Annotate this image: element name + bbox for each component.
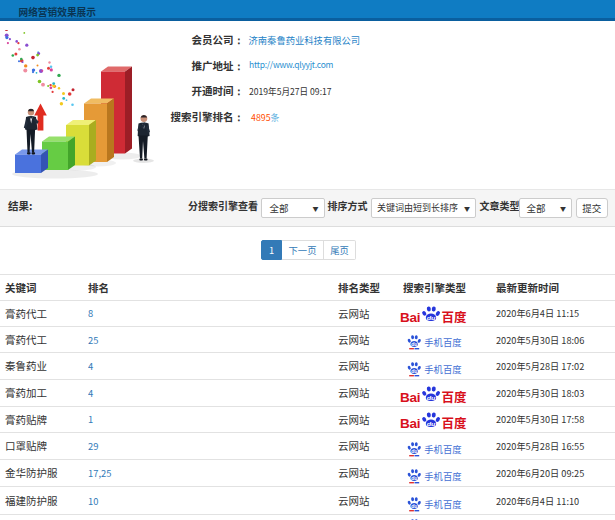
svg-text:百度: 百度 [442,307,468,325]
svg-text:du: du [411,476,417,481]
svg-text:du: du [427,420,436,427]
svg-text:手机百度: 手机百度 [424,497,461,511]
svg-text:手机百度: 手机百度 [424,442,461,456]
svg-text:手机百度: 手机百度 [424,362,461,376]
svg-text:手机百度: 手机百度 [424,335,461,349]
svg-text:Bai: Bai [400,389,420,404]
svg-text:Bai: Bai [400,310,420,325]
svg-text:du: du [427,394,436,401]
svg-text:Bai: Bai [400,416,420,431]
svg-text:百度: 百度 [442,413,468,431]
svg-text:du: du [411,369,417,374]
svg-text:手机百度: 手机百度 [424,469,461,483]
svg-text:du: du [427,314,436,321]
svg-text:du: du [411,449,417,454]
svg-text:du: du [411,342,417,347]
svg-text:du: du [411,503,417,508]
svg-text:百度: 百度 [442,386,468,404]
